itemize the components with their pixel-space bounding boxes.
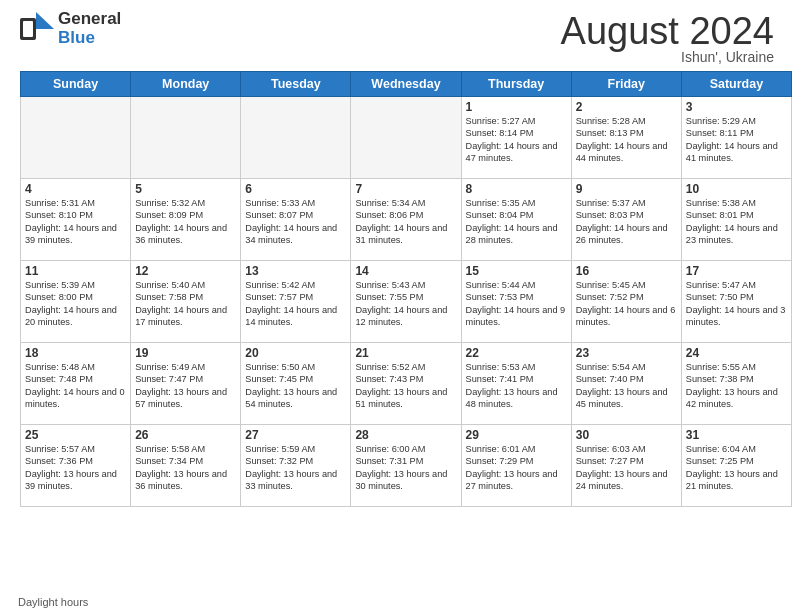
day-info-line: Sunset: 7:45 PM bbox=[245, 373, 346, 385]
logo-blue: Blue bbox=[58, 29, 121, 48]
day-info-line: Sunrise: 5:49 AM bbox=[135, 361, 236, 373]
day-cell bbox=[351, 97, 461, 179]
day-info-line: Sunrise: 6:03 AM bbox=[576, 443, 677, 455]
day-info-line: Daylight: 13 hours and 54 minutes. bbox=[245, 386, 346, 411]
day-info-line: Daylight: 13 hours and 57 minutes. bbox=[135, 386, 236, 411]
day-number: 8 bbox=[466, 182, 567, 196]
day-info-line: Sunrise: 5:42 AM bbox=[245, 279, 346, 291]
day-cell: 29Sunrise: 6:01 AMSunset: 7:29 PMDayligh… bbox=[461, 425, 571, 507]
day-info-line: Sunset: 8:11 PM bbox=[686, 127, 787, 139]
header: General Blue August 2024 Ishun', Ukraine bbox=[0, 0, 792, 71]
day-number: 13 bbox=[245, 264, 346, 278]
day-cell: 9Sunrise: 5:37 AMSunset: 8:03 PMDaylight… bbox=[571, 179, 681, 261]
day-info-line: Sunset: 7:32 PM bbox=[245, 455, 346, 467]
day-cell: 6Sunrise: 5:33 AMSunset: 8:07 PMDaylight… bbox=[241, 179, 351, 261]
day-header-sunday: Sunday bbox=[21, 72, 131, 97]
day-info-line: Daylight: 13 hours and 27 minutes. bbox=[466, 468, 567, 493]
day-number: 22 bbox=[466, 346, 567, 360]
day-info-line: Sunrise: 6:00 AM bbox=[355, 443, 456, 455]
day-info-line: Daylight: 14 hours and 26 minutes. bbox=[576, 222, 677, 247]
day-info-line: Sunset: 7:58 PM bbox=[135, 291, 236, 303]
svg-marker-2 bbox=[36, 12, 54, 29]
day-info-line: Daylight: 14 hours and 20 minutes. bbox=[25, 304, 126, 329]
day-header-saturday: Saturday bbox=[681, 72, 791, 97]
day-info-line: Daylight: 13 hours and 30 minutes. bbox=[355, 468, 456, 493]
day-cell: 7Sunrise: 5:34 AMSunset: 8:06 PMDaylight… bbox=[351, 179, 461, 261]
day-info-line: Daylight: 14 hours and 41 minutes. bbox=[686, 140, 787, 165]
day-number: 30 bbox=[576, 428, 677, 442]
logo-general: General bbox=[58, 10, 121, 29]
day-info-line: Daylight: 13 hours and 24 minutes. bbox=[576, 468, 677, 493]
day-cell: 16Sunrise: 5:45 AMSunset: 7:52 PMDayligh… bbox=[571, 261, 681, 343]
daylight-label: Daylight hours bbox=[18, 596, 88, 608]
calendar-table: SundayMondayTuesdayWednesdayThursdayFrid… bbox=[20, 71, 792, 507]
day-info-line: Sunset: 7:52 PM bbox=[576, 291, 677, 303]
day-info-line: Daylight: 14 hours and 0 minutes. bbox=[25, 386, 126, 411]
day-cell: 22Sunrise: 5:53 AMSunset: 7:41 PMDayligh… bbox=[461, 343, 571, 425]
day-info-line: Sunset: 7:47 PM bbox=[135, 373, 236, 385]
day-number: 27 bbox=[245, 428, 346, 442]
day-number: 11 bbox=[25, 264, 126, 278]
day-info-line: Daylight: 14 hours and 6 minutes. bbox=[576, 304, 677, 329]
day-cell: 15Sunrise: 5:44 AMSunset: 7:53 PMDayligh… bbox=[461, 261, 571, 343]
day-info-line: Sunset: 7:55 PM bbox=[355, 291, 456, 303]
day-number: 3 bbox=[686, 100, 787, 114]
day-cell: 20Sunrise: 5:50 AMSunset: 7:45 PMDayligh… bbox=[241, 343, 351, 425]
day-info-line: Sunset: 7:57 PM bbox=[245, 291, 346, 303]
day-info-line: Daylight: 13 hours and 42 minutes. bbox=[686, 386, 787, 411]
day-cell: 23Sunrise: 5:54 AMSunset: 7:40 PMDayligh… bbox=[571, 343, 681, 425]
day-number: 28 bbox=[355, 428, 456, 442]
day-cell: 21Sunrise: 5:52 AMSunset: 7:43 PMDayligh… bbox=[351, 343, 461, 425]
day-info-line: Sunrise: 5:44 AM bbox=[466, 279, 567, 291]
day-header-tuesday: Tuesday bbox=[241, 72, 351, 97]
day-info-line: Sunset: 8:01 PM bbox=[686, 209, 787, 221]
day-info-line: Sunset: 7:25 PM bbox=[686, 455, 787, 467]
day-cell: 10Sunrise: 5:38 AMSunset: 8:01 PMDayligh… bbox=[681, 179, 791, 261]
day-info-line: Sunset: 7:50 PM bbox=[686, 291, 787, 303]
day-info-line: Sunrise: 5:35 AM bbox=[466, 197, 567, 209]
day-number: 17 bbox=[686, 264, 787, 278]
day-number: 5 bbox=[135, 182, 236, 196]
day-number: 29 bbox=[466, 428, 567, 442]
day-info-line: Sunset: 8:14 PM bbox=[466, 127, 567, 139]
day-cell: 5Sunrise: 5:32 AMSunset: 8:09 PMDaylight… bbox=[131, 179, 241, 261]
day-cell: 18Sunrise: 5:48 AMSunset: 7:48 PMDayligh… bbox=[21, 343, 131, 425]
calendar-week-row: 1Sunrise: 5:27 AMSunset: 8:14 PMDaylight… bbox=[21, 97, 792, 179]
day-info-line: Sunrise: 5:40 AM bbox=[135, 279, 236, 291]
day-info-line: Daylight: 14 hours and 47 minutes. bbox=[466, 140, 567, 165]
day-info-line: Sunset: 7:40 PM bbox=[576, 373, 677, 385]
svg-rect-1 bbox=[23, 21, 33, 37]
day-info-line: Sunrise: 5:29 AM bbox=[686, 115, 787, 127]
day-info-line: Sunrise: 5:27 AM bbox=[466, 115, 567, 127]
day-info-line: Daylight: 14 hours and 12 minutes. bbox=[355, 304, 456, 329]
day-number: 23 bbox=[576, 346, 677, 360]
day-info-line: Daylight: 14 hours and 3 minutes. bbox=[686, 304, 787, 329]
day-info-line: Sunset: 8:03 PM bbox=[576, 209, 677, 221]
day-info-line: Daylight: 14 hours and 34 minutes. bbox=[245, 222, 346, 247]
day-header-wednesday: Wednesday bbox=[351, 72, 461, 97]
day-info-line: Sunrise: 5:32 AM bbox=[135, 197, 236, 209]
day-info-line: Sunrise: 5:45 AM bbox=[576, 279, 677, 291]
day-cell: 4Sunrise: 5:31 AMSunset: 8:10 PMDaylight… bbox=[21, 179, 131, 261]
day-cell: 26Sunrise: 5:58 AMSunset: 7:34 PMDayligh… bbox=[131, 425, 241, 507]
day-cell: 28Sunrise: 6:00 AMSunset: 7:31 PMDayligh… bbox=[351, 425, 461, 507]
day-info-line: Daylight: 14 hours and 44 minutes. bbox=[576, 140, 677, 165]
calendar-header-row: SundayMondayTuesdayWednesdayThursdayFrid… bbox=[21, 72, 792, 97]
day-info-line: Daylight: 14 hours and 36 minutes. bbox=[135, 222, 236, 247]
day-number: 16 bbox=[576, 264, 677, 278]
day-cell: 31Sunrise: 6:04 AMSunset: 7:25 PMDayligh… bbox=[681, 425, 791, 507]
day-info-line: Daylight: 14 hours and 23 minutes. bbox=[686, 222, 787, 247]
day-info-line: Daylight: 13 hours and 48 minutes. bbox=[466, 386, 567, 411]
day-number: 21 bbox=[355, 346, 456, 360]
day-info-line: Sunset: 8:07 PM bbox=[245, 209, 346, 221]
day-info-line: Daylight: 14 hours and 14 minutes. bbox=[245, 304, 346, 329]
logo: General Blue bbox=[18, 10, 121, 48]
day-info-line: Sunset: 7:53 PM bbox=[466, 291, 567, 303]
day-info-line: Daylight: 14 hours and 9 minutes. bbox=[466, 304, 567, 329]
day-info-line: Daylight: 14 hours and 28 minutes. bbox=[466, 222, 567, 247]
day-header-monday: Monday bbox=[131, 72, 241, 97]
day-info-line: Sunset: 7:29 PM bbox=[466, 455, 567, 467]
day-cell: 25Sunrise: 5:57 AMSunset: 7:36 PMDayligh… bbox=[21, 425, 131, 507]
day-info-line: Sunset: 7:34 PM bbox=[135, 455, 236, 467]
day-info-line: Daylight: 13 hours and 45 minutes. bbox=[576, 386, 677, 411]
